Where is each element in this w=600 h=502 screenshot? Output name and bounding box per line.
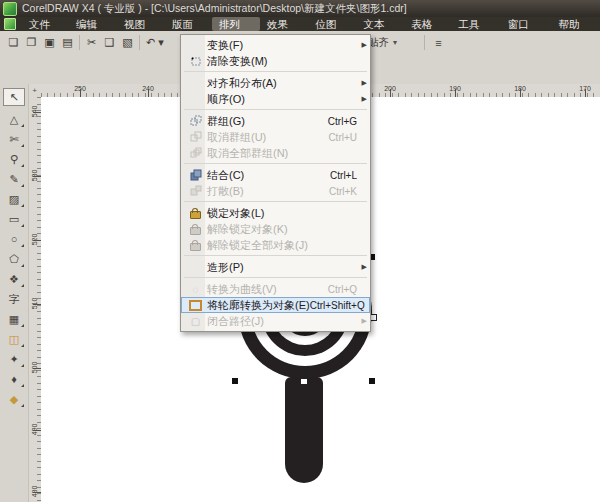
outline-pen-tool-icon: ♦ [11,373,17,385]
selected-object-stick[interactable] [285,377,323,483]
window-title: CorelDRAW X4 ( 专业版 ) - [C:\Users\Adminis… [22,2,407,16]
menu-item-ungroup-all[interactable]: 取消全部群组(N) [181,145,370,161]
submenu-arrow-icon: ▶ [362,263,367,271]
outline-to-object-icon [184,300,207,311]
rectangle-tool-icon: ▭ [9,213,19,226]
menu-tools[interactable]: 工具(O) [452,17,501,31]
submenu-arrow-icon: ▶ [362,79,367,87]
menu-item-transformations[interactable]: 变换(F)▶ [181,37,370,53]
combine-icon [184,169,207,181]
crop-tool-icon: ✄ [9,133,18,146]
ellipse-tool[interactable]: ○ [3,230,25,248]
print-icon[interactable]: ▤ [59,34,76,51]
submenu-arrow-icon: ▶ [362,41,367,49]
submenu-arrow-icon: ▶ [362,95,367,103]
menu-help[interactable]: 帮助(H) [551,17,600,31]
polygon-tool[interactable]: ⬠ [3,250,25,268]
menu-table[interactable]: 表格(T) [404,17,451,31]
rectangle-tool[interactable]: ▭ [3,210,25,228]
selection-handle-bottom-middle[interactable] [300,378,308,385]
menu-item-ungroup[interactable]: 取消群组(U)Ctrl+U [181,129,370,145]
submenu-arrow-icon: ▶ [362,317,367,325]
table-tool-icon: ▦ [9,313,19,326]
ungroup-icon [184,131,207,143]
unlock-all-icon [184,239,207,251]
shape-tool[interactable]: △ [3,110,25,128]
pick-tool[interactable]: ↖ [3,88,25,106]
cut-icon[interactable]: ✂ [83,34,100,51]
menu-item-clear-transformations[interactable]: 清除变换(M) [181,53,370,69]
menu-text[interactable]: 文本(X) [356,17,404,31]
menu-item-convert-to-curves[interactable]: ◌ 转换为曲线(V)Ctrl+Q [181,281,370,297]
menu-bar: 文件(F) 编辑(E) 视图(V) 版面(L) 排列(A) 效果(C) 位图(B… [0,17,600,31]
zoom-tool[interactable]: ⚲ [3,150,25,168]
pick-tool-icon: ↖ [9,91,18,104]
snap-to-dropdown[interactable]: 贴齐 ▾ [368,34,397,51]
zoom-tool-icon: ⚲ [10,153,18,166]
menu-item-group[interactable]: 群组(G)Ctrl+G [181,113,370,129]
menu-effects[interactable]: 效果(C) [260,17,309,31]
eyedropper-tool-icon: ✦ [9,353,18,366]
vertical-ruler[interactable]: 540 530 520 510 500 490 480 [28,97,42,502]
undo-dropdown-arrow-icon[interactable]: ▾ [156,34,166,51]
menu-separator [184,201,367,202]
menu-bitmaps[interactable]: 位图(B) [308,17,356,31]
menu-view[interactable]: 视图(V) [117,17,165,31]
menu-layout[interactable]: 版面(L) [165,17,212,31]
paste-icon[interactable]: ▧ [119,34,136,51]
crop-tool[interactable]: ✄ [3,130,25,148]
open-icon[interactable]: ❐ [23,34,40,51]
shape-tool-icon: △ [10,113,18,126]
ruler-origin-corner[interactable]: + [28,84,42,98]
arrange-dropdown-menu: 变换(F)▶ 清除变换(M) 对齐和分布(A)▶ 顺序(O)▶ 群组(G)Ctr… [180,34,371,332]
menu-item-align-and-distribute[interactable]: 对齐和分布(A)▶ [181,75,370,91]
selection-handle-bottom-right[interactable] [369,378,375,384]
convert-to-curves-icon: ◌ [184,284,207,295]
blend-tool[interactable]: ◫ [3,330,25,348]
blend-tool-icon: ◫ [9,333,19,346]
menu-separator [184,163,367,164]
menu-item-lock-object[interactable]: 锁定对象(L) [181,205,370,221]
menu-item-unlock-object[interactable]: 解除锁定对象(K) [181,221,370,237]
menu-item-unlock-all-objects[interactable]: 解除锁定全部对象(J) [181,237,370,253]
ungroup-all-icon [184,147,207,159]
text-tool[interactable]: 字 [3,290,25,308]
smart-fill-tool-icon: ▨ [9,193,19,206]
copy-icon[interactable]: ❑ [101,34,118,51]
menu-edit[interactable]: 编辑(E) [69,17,117,31]
save-icon[interactable]: ▣ [41,34,58,51]
outline-pen-tool[interactable]: ♦ [3,370,25,388]
clear-transformations-icon [184,55,207,67]
selection-handle-bottom-left[interactable] [232,378,238,384]
menu-item-shaping[interactable]: 造形(P)▶ [181,259,370,275]
new-document-icon[interactable]: ❏ [5,34,22,51]
fill-tool[interactable]: ◆ [3,390,25,408]
menu-file[interactable]: 文件(F) [22,17,69,31]
menu-arrange[interactable]: 排列(A) [212,17,260,31]
menu-item-break-apart[interactable]: 打散(B)Ctrl+K [181,183,370,199]
basic-shapes-tool-icon: ❖ [9,273,19,286]
toolbar-separator [79,35,80,50]
document-icon[interactable] [4,18,16,30]
ellipse-tool-icon: ○ [11,233,18,245]
menu-separator [184,109,367,110]
snap-to-label: 贴齐 [368,36,389,50]
break-apart-icon [184,185,207,197]
menu-window[interactable]: 窗口(W) [501,17,552,31]
menu-separator [184,277,367,278]
menu-item-order[interactable]: 顺序(O)▶ [181,91,370,107]
lock-icon [184,207,207,219]
group-icon [184,115,207,127]
menu-item-convert-outline-to-object[interactable]: 将轮廓转换为对象(E)Ctrl+Shift+Q [181,297,370,313]
coreldraw-app-icon [3,2,17,16]
table-tool[interactable]: ▦ [3,310,25,328]
freehand-tool[interactable]: ✎ [3,170,25,188]
smart-fill-tool[interactable]: ▨ [3,190,25,208]
eyedropper-tool[interactable]: ✦ [3,350,25,368]
polygon-tool-icon: ⬠ [9,253,19,266]
fill-tool-icon: ◆ [10,393,18,406]
menu-item-combine[interactable]: 结合(C)Ctrl+L [181,167,370,183]
options-icon[interactable]: ≡ [430,34,447,51]
menu-item-close-path[interactable]: ▢ 闭合路径(J)▶ [181,313,370,329]
basic-shapes-tool[interactable]: ❖ [3,270,25,288]
